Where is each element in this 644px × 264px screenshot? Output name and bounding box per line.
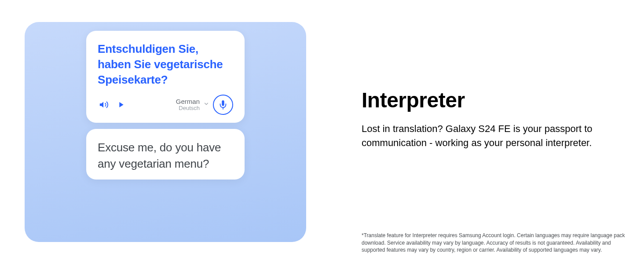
target-card: Excuse me, do you have any vegetarian me… bbox=[86, 129, 245, 180]
playback-controls bbox=[98, 99, 128, 111]
language-select-group: German Deutsch bbox=[176, 95, 233, 115]
language-primary-label: German bbox=[176, 98, 200, 106]
microphone-button[interactable] bbox=[213, 95, 233, 115]
source-language-text: Entschuldigen Sie, haben Sie vegetarisch… bbox=[98, 41, 233, 88]
page-description: Lost in translation? Galaxy S24 FE is yo… bbox=[362, 122, 626, 150]
svg-marker-0 bbox=[100, 102, 103, 108]
content-panel: Interpreter Lost in translation? Galaxy … bbox=[331, 0, 644, 264]
speaker-icon[interactable] bbox=[98, 99, 110, 111]
language-secondary-label: Deutsch bbox=[176, 105, 200, 111]
illustration-panel: Entschuldigen Sie, haben Sie vegetarisch… bbox=[0, 0, 331, 264]
interpreter-mock: Entschuldigen Sie, haben Sie vegetarisch… bbox=[25, 22, 306, 242]
source-card-controls: German Deutsch bbox=[98, 95, 233, 115]
language-selector[interactable]: German Deutsch bbox=[176, 98, 200, 112]
source-card: Entschuldigen Sie, haben Sie vegetarisch… bbox=[86, 31, 245, 123]
chevron-down-icon[interactable] bbox=[203, 101, 209, 109]
play-icon[interactable] bbox=[115, 99, 128, 111]
page-title: Interpreter bbox=[362, 88, 626, 112]
svg-marker-1 bbox=[119, 102, 123, 107]
target-language-text: Excuse me, do you have any vegetarian me… bbox=[98, 139, 233, 172]
disclaimer-text: *Translate feature for Interpreter requi… bbox=[362, 232, 626, 253]
